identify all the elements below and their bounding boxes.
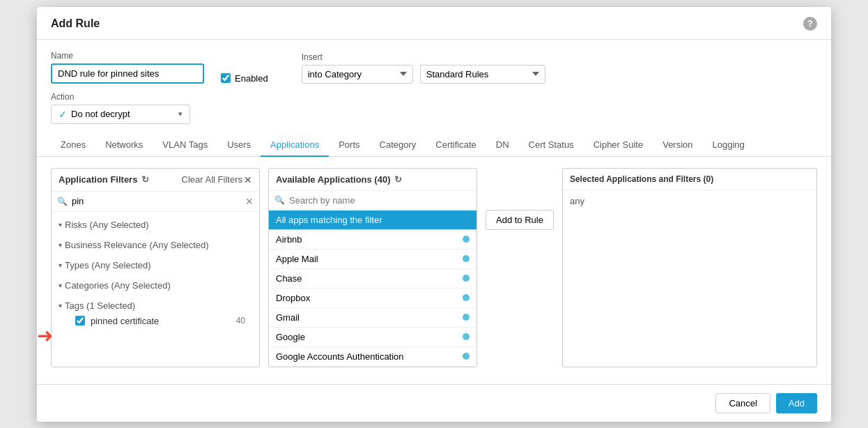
- airbnb-label: Airbnb: [276, 234, 302, 245]
- modal-title: Add Rule: [51, 17, 100, 30]
- airbnb-dot-icon: [463, 236, 470, 243]
- selected-panel-title: Selected Applications and Filters (0): [570, 174, 713, 184]
- dropbox-item[interactable]: Dropbox: [269, 289, 476, 308]
- pinned-certificate-count: 40: [236, 316, 245, 326]
- google-label: Google: [276, 332, 305, 342]
- filter-search-clear-icon[interactable]: ✕: [245, 196, 254, 207]
- tab-cert-status[interactable]: Cert Status: [519, 134, 584, 157]
- dropbox-dot-icon: [463, 294, 470, 301]
- action-chevron-icon: ▾: [178, 109, 183, 119]
- insert-select[interactable]: into Category: [302, 65, 413, 84]
- help-icon[interactable]: ?: [803, 17, 817, 31]
- dropbox-label: Dropbox: [276, 293, 310, 303]
- standard-rules-select[interactable]: Standard Rules: [420, 65, 545, 84]
- airbnb-item[interactable]: Airbnb: [269, 230, 476, 250]
- red-arrow-indicator: ➜: [37, 324, 53, 347]
- tab-vlan-tags[interactable]: VLAN Tags: [153, 134, 217, 157]
- filter-group-types: ▾ Types (Any Selected): [52, 255, 259, 275]
- add-to-rule-button[interactable]: Add to Rule: [486, 210, 554, 230]
- do-not-decrypt-icon: ✓: [59, 109, 67, 120]
- chase-item[interactable]: Chase: [269, 269, 476, 289]
- gmail-dot-icon: [463, 314, 470, 321]
- apps-list: All apps matching the filter Airbnb Appl…: [269, 211, 476, 367]
- google-dot-icon: [463, 333, 470, 340]
- tab-version[interactable]: Version: [653, 134, 702, 157]
- tag-pinned-certificate-item: pinned certificate 40: [59, 313, 252, 329]
- available-refresh-icon[interactable]: ↻: [394, 174, 402, 185]
- filter-group-types-header[interactable]: ▾ Types (Any Selected): [59, 258, 252, 273]
- pinned-certificate-label[interactable]: pinned certificate: [91, 316, 231, 326]
- chase-label: Chase: [276, 273, 302, 284]
- filter-group-risks: ▾ Risks (Any Selected): [52, 215, 259, 235]
- google-accounts-item[interactable]: Google Accounts Authentication: [269, 347, 476, 367]
- apps-search-input[interactable]: [289, 195, 471, 206]
- filter-group-categories: ▾ Categories (Any Selected): [52, 275, 259, 296]
- tab-users[interactable]: Users: [217, 134, 261, 157]
- clear-filters-x-icon: ✕: [244, 174, 252, 185]
- all-apps-label: All apps matching the filter: [276, 215, 382, 225]
- pinned-certificate-checkbox[interactable]: [75, 316, 85, 326]
- apps-search-icon: 🔍: [274, 195, 285, 205]
- filter-group-tags: ▾ Tags (1 Selected) pinned certificate 4…: [52, 296, 259, 332]
- cancel-button[interactable]: Cancel: [715, 393, 770, 413]
- google-item[interactable]: Google: [269, 328, 476, 347]
- tab-applications[interactable]: Applications: [261, 134, 329, 157]
- filter-group-categories-header[interactable]: ▾ Categories (Any Selected): [59, 278, 252, 293]
- google-accounts-dot-icon: [463, 353, 470, 360]
- gmail-item[interactable]: Gmail: [269, 308, 476, 328]
- filter-group-tags-header[interactable]: ▾ Tags (1 Selected): [59, 298, 252, 313]
- apple-mail-item[interactable]: Apple Mail: [269, 250, 476, 269]
- filter-search-icon: 🔍: [57, 197, 68, 206]
- filter-group-business-relevance-header[interactable]: ▾ Business Relevance (Any Selected): [59, 238, 252, 252]
- name-input[interactable]: [51, 63, 204, 84]
- action-value: Do not decrypt: [71, 109, 130, 119]
- tab-networks[interactable]: Networks: [95, 134, 153, 157]
- add-button[interactable]: Add: [776, 393, 817, 413]
- apple-mail-label: Apple Mail: [276, 254, 318, 264]
- filter-group-risks-header[interactable]: ▾ Risks (Any Selected): [59, 217, 252, 232]
- risks-arrow-icon: ▾: [59, 221, 62, 229]
- types-arrow-icon: ▾: [59, 261, 62, 269]
- available-apps-title: Available Applications (40) ↻: [276, 174, 402, 185]
- enabled-label: Enabled: [235, 73, 268, 84]
- business-arrow-icon: ▾: [59, 241, 62, 249]
- action-button[interactable]: ✓ Do not decrypt ▾: [51, 105, 190, 124]
- tab-zones[interactable]: Zones: [51, 134, 95, 157]
- action-label: Action: [51, 92, 190, 102]
- tab-cipher-suite[interactable]: Cipher Suite: [584, 134, 653, 157]
- selected-content: any: [563, 190, 816, 367]
- google-accounts-label: Google Accounts Authentication: [276, 351, 404, 362]
- tab-category[interactable]: Category: [370, 134, 426, 157]
- filters-panel-title: Application Filters ↻: [59, 174, 149, 185]
- enabled-checkbox[interactable]: [221, 73, 231, 83]
- filter-group-business-relevance: ▾ Business Relevance (Any Selected): [52, 235, 259, 255]
- tab-logging[interactable]: Logging: [703, 134, 754, 157]
- tags-arrow-icon: ▾: [59, 302, 62, 309]
- insert-label: Insert: [302, 52, 545, 62]
- categories-arrow-icon: ▾: [59, 282, 62, 289]
- filters-refresh-icon[interactable]: ↻: [141, 174, 149, 185]
- tab-dn[interactable]: DN: [486, 134, 519, 157]
- name-label: Name: [51, 51, 204, 61]
- tab-certificate[interactable]: Certificate: [426, 134, 486, 157]
- filter-search-input[interactable]: [72, 196, 241, 206]
- gmail-label: Gmail: [276, 312, 300, 323]
- all-apps-item[interactable]: All apps matching the filter: [269, 211, 476, 230]
- chase-dot-icon: [463, 275, 470, 282]
- clear-all-filters-button[interactable]: Clear All Filters ✕: [182, 174, 252, 185]
- apple-mail-dot-icon: [463, 255, 470, 262]
- tab-ports[interactable]: Ports: [329, 134, 369, 157]
